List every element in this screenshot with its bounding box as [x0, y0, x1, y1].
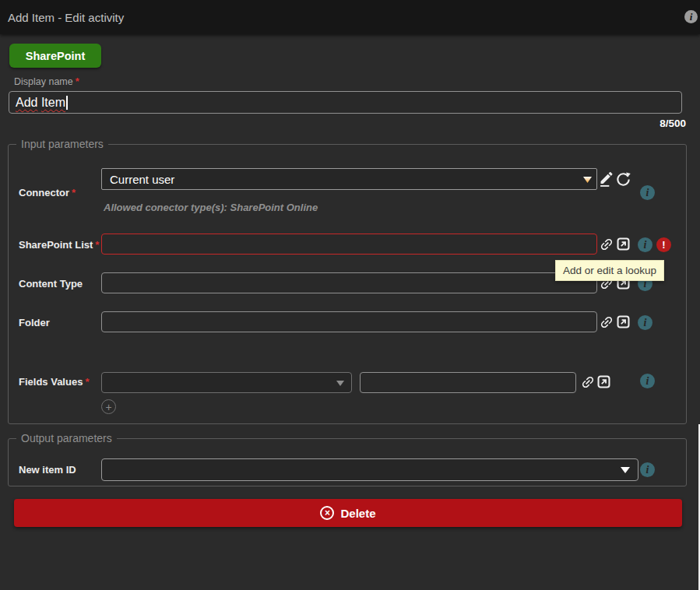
dialog-title: Add Item - Edit activity: [8, 11, 124, 24]
required-asterisk: *: [72, 187, 76, 198]
add-field-value-icon[interactable]: +: [101, 399, 116, 414]
connector-label: Connector*: [19, 187, 76, 198]
connector-select[interactable]: Current user: [101, 168, 597, 190]
output-parameters-legend: Output parameters: [16, 432, 117, 444]
content-type-input[interactable]: [101, 272, 597, 293]
dialog-info-icon[interactable]: i: [684, 10, 698, 23]
folder-label: Folder: [19, 317, 50, 328]
open-lookup-icon[interactable]: [596, 374, 611, 389]
display-name-text: Add Item: [16, 96, 65, 110]
lookup-link-icon[interactable]: [599, 314, 614, 330]
sharepoint-list-label: SharePoint List*: [19, 239, 99, 251]
new-item-id-info-icon[interactable]: i: [640, 462, 655, 477]
sharepoint-list-input[interactable]: [101, 234, 597, 255]
titlebar: Add Item - Edit activity i: [0, 0, 700, 34]
edit-activity-dialog: Add Item - Edit activity i SharePoint Di…: [0, 0, 700, 590]
delete-button[interactable]: × Delete: [14, 499, 682, 527]
edit-connector-icon[interactable]: [599, 172, 614, 188]
delete-cross-icon: ×: [320, 506, 334, 520]
sharepoint-list-info-icon[interactable]: i: [638, 237, 653, 252]
open-lookup-icon[interactable]: [616, 314, 631, 329]
lookup-link-icon[interactable]: [580, 374, 596, 390]
input-parameters-legend: Input parameters: [16, 138, 108, 150]
dropdown-arrow-icon: [621, 467, 630, 473]
dropdown-arrow-icon: [582, 176, 593, 184]
display-name-input[interactable]: Add Item: [9, 91, 682, 114]
delete-button-label: Delete: [340, 507, 375, 520]
connector-hint: Allowed conector type(s): SharePoint Onl…: [104, 202, 318, 213]
display-name-label: Display name*: [14, 76, 79, 87]
fields-values-field-select[interactable]: [101, 372, 352, 393]
validation-error-icon: !: [656, 237, 671, 252]
connector-selected-value: Current user: [110, 173, 174, 186]
new-item-id-select[interactable]: [101, 458, 638, 481]
content-type-label: Content Type: [19, 278, 83, 290]
sharepoint-provider-button[interactable]: SharePoint: [9, 44, 101, 68]
text-cursor: [66, 96, 68, 110]
open-lookup-icon[interactable]: [616, 237, 631, 251]
fields-values-label: Fields Values*: [19, 376, 89, 388]
lookup-tooltip: Add or edit a lookup: [555, 260, 664, 281]
required-asterisk: *: [85, 376, 89, 388]
connector-info-icon[interactable]: i: [640, 185, 655, 200]
lookup-link-icon[interactable]: [599, 237, 614, 252]
fields-values-info-icon[interactable]: i: [640, 374, 655, 388]
fields-values-value-input[interactable]: [360, 372, 576, 393]
refresh-connector-icon[interactable]: [615, 171, 631, 188]
folder-info-icon[interactable]: i: [638, 315, 653, 330]
required-asterisk: *: [95, 239, 99, 251]
char-counter: 8/500: [660, 118, 686, 129]
required-asterisk: *: [76, 76, 79, 87]
folder-input[interactable]: [101, 311, 597, 332]
new-item-id-label: New item ID: [19, 464, 76, 476]
dropdown-arrow-icon: [336, 381, 344, 386]
